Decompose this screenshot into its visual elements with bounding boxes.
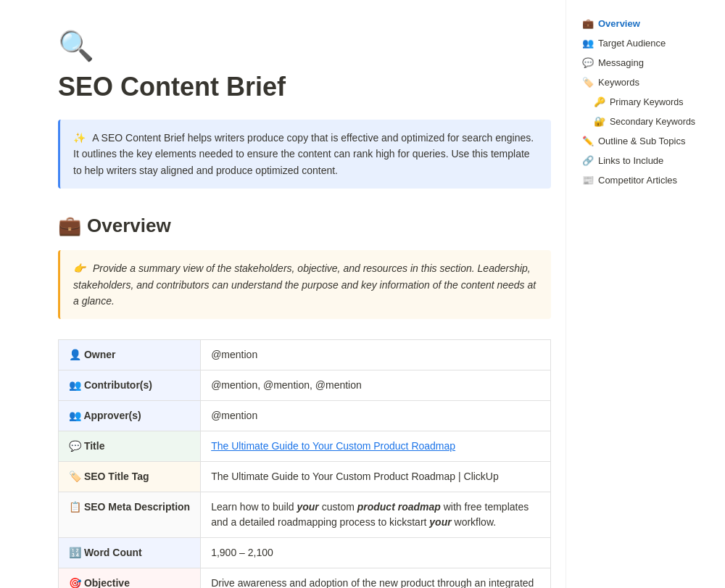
title-link[interactable]: The Ultimate Guide to Your Custom Produc… <box>211 440 455 452</box>
info-callout: ✨ A SEO Content Brief helps writers prod… <box>58 120 551 189</box>
table-row: 🔢 Word Count 1,900 – 2,100 <box>59 538 551 568</box>
primary-keywords-sidebar-icon: 🔑 <box>594 96 605 107</box>
overview-callout-icon: 👉 <box>73 262 86 274</box>
sidebar-item-outline-subtopics[interactable]: ✏️ Outline & Sub Topics <box>576 132 715 150</box>
table-row: 👥 Contributor(s) @mention, @mention, @me… <box>59 370 551 401</box>
table-cell-value: Learn how to build your custom product r… <box>201 492 551 538</box>
table-cell-value: @mention, @mention, @mention <box>201 370 551 401</box>
sidebar-item-label: Target Audience <box>598 38 666 49</box>
keywords-sidebar-icon: 🏷️ <box>582 77 594 88</box>
table-cell-label: 👥 Approver(s) <box>59 401 201 431</box>
overview-callout-text: Provide a summary view of the stakeholde… <box>73 262 536 307</box>
overview-icon: 💼 <box>58 215 81 237</box>
sidebar-item-competitor-articles[interactable]: 📰 Competitor Articles <box>576 171 715 189</box>
sidebar-item-keywords[interactable]: 🏷️ Keywords <box>576 73 715 91</box>
info-callout-icon: ✨ <box>73 132 86 144</box>
table-cell-value: Drive awareness and adoption of the new … <box>201 568 551 588</box>
sidebar-item-links-to-include[interactable]: 🔗 Links to Include <box>576 152 715 170</box>
main-content: 🔍 SEO Content Brief ✨ A SEO Content Brie… <box>0 0 594 588</box>
sidebar-item-overview[interactable]: 💼 Overview <box>576 15 715 33</box>
sidebar-item-label: Secondary Keywords <box>610 117 695 127</box>
table-cell-label: 👥 Contributor(s) <box>59 370 201 401</box>
links-sidebar-icon: 🔗 <box>582 155 594 166</box>
sidebar-item-label: Links to Include <box>598 155 663 166</box>
competitor-sidebar-icon: 📰 <box>582 175 594 186</box>
sidebar-item-label: Competitor Articles <box>598 175 677 186</box>
messaging-sidebar-icon: 💬 <box>582 57 594 68</box>
table-row: 👤 Owner @mention <box>59 340 551 370</box>
table-cell-value: 1,900 – 2,100 <box>201 538 551 568</box>
sidebar-item-messaging[interactable]: 💬 Messaging <box>576 54 715 72</box>
sidebar-item-secondary-keywords[interactable]: 🔐 Secondary Keywords <box>576 112 715 131</box>
overview-label: Overview <box>87 215 171 237</box>
sidebar-item-label: Messaging <box>598 57 644 68</box>
table-cell-value: @mention <box>201 401 551 431</box>
table-cell-label: 🎯 Objective <box>59 568 201 588</box>
sidebar-item-label: Keywords <box>598 77 639 88</box>
table-row: 👥 Approver(s) @mention <box>59 401 551 431</box>
table-cell-label: 📋 SEO Meta Description <box>59 492 201 538</box>
table-cell-value[interactable]: The Ultimate Guide to Your Custom Produc… <box>201 431 551 462</box>
sidebar-item-primary-keywords[interactable]: 🔑 Primary Keywords <box>576 93 715 111</box>
table-cell-label: 🏷️ SEO Title Tag <box>59 462 201 492</box>
target-audience-sidebar-icon: 👥 <box>582 38 594 49</box>
table-row: 💬 Title The Ultimate Guide to Your Custo… <box>59 431 551 462</box>
sidebar-item-target-audience[interactable]: 👥 Target Audience <box>576 34 715 52</box>
table-row: 🎯 Objective Drive awareness and adoption… <box>59 568 551 588</box>
overview-section-header: 💼 Overview <box>58 215 551 237</box>
table-cell-label: 💬 Title <box>59 431 201 462</box>
table-cell-value: @mention <box>201 340 551 370</box>
table-cell-value: The Ultimate Guide to Your Custom Produc… <box>201 462 551 492</box>
overview-callout: 👉 Provide a summary view of the stakehol… <box>58 250 551 319</box>
overview-table: 👤 Owner @mention 👥 Contributor(s) @menti… <box>58 339 551 588</box>
outline-subtopics-sidebar-icon: ✏️ <box>582 136 594 146</box>
info-callout-text: A SEO Content Brief helps writers produc… <box>73 132 534 176</box>
table-row: 🏷️ SEO Title Tag The Ultimate Guide to Y… <box>59 462 551 492</box>
table-cell-label: 🔢 Word Count <box>59 538 201 568</box>
sidebar-item-label: Outline & Sub Topics <box>598 136 685 146</box>
sidebar-item-label: Overview <box>598 18 640 29</box>
page-title: SEO Content Brief <box>58 72 551 102</box>
secondary-keywords-sidebar-icon: 🔐 <box>594 116 605 127</box>
table-cell-label: 👤 Owner <box>59 340 201 370</box>
top-icon: 🔍 <box>58 29 551 63</box>
overview-sidebar-icon: 💼 <box>582 18 594 29</box>
sidebar: 💼 Overview 👥 Target Audience 💬 Messaging… <box>566 0 725 588</box>
sidebar-item-label: Primary Keywords <box>610 97 683 107</box>
table-row: 📋 SEO Meta Description Learn how to buil… <box>59 492 551 538</box>
